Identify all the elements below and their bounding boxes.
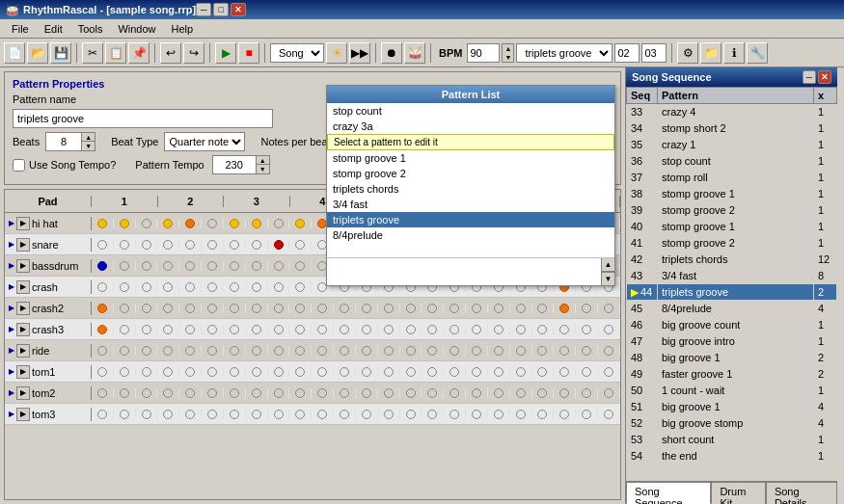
beat-cell[interactable] bbox=[510, 346, 532, 356]
beat-cell[interactable] bbox=[114, 261, 136, 271]
beat-cell[interactable] bbox=[157, 240, 179, 250]
table-row[interactable]: 34stomp short 21 bbox=[627, 120, 837, 137]
pattern-tempo-down[interactable]: ▼ bbox=[256, 165, 269, 173]
pattern-list-scroll-up[interactable]: ▲ bbox=[602, 258, 614, 272]
beat-cell[interactable] bbox=[179, 367, 202, 377]
toolbar-stop-btn[interactable]: ■ bbox=[238, 42, 259, 64]
beat-cell[interactable] bbox=[289, 304, 312, 313]
beat-cell[interactable] bbox=[444, 304, 466, 313]
beat-cell[interactable] bbox=[268, 367, 290, 377]
beat-cell[interactable] bbox=[554, 367, 576, 377]
beat-cell[interactable] bbox=[179, 410, 202, 419]
drum-row-expand-arrow[interactable]: ▶ bbox=[9, 304, 14, 312]
beat-cell[interactable] bbox=[268, 325, 290, 334]
maximize-button[interactable]: □ bbox=[213, 3, 229, 16]
table-row[interactable]: 51big groove 14 bbox=[627, 399, 837, 415]
beat-cell[interactable] bbox=[576, 346, 598, 356]
toolbar-redo-btn[interactable]: ↪ bbox=[183, 42, 204, 64]
beat-cell[interactable] bbox=[422, 325, 444, 334]
beat-cell[interactable] bbox=[157, 388, 179, 398]
pattern-tempo-spinner[interactable]: ▲ ▼ bbox=[212, 155, 270, 174]
table-row[interactable]: 42triplets chords12 bbox=[627, 252, 837, 268]
beat-cell[interactable] bbox=[422, 410, 444, 419]
song-dropdown[interactable]: Song bbox=[270, 43, 324, 63]
beat-cell[interactable] bbox=[488, 388, 510, 398]
beat-cell[interactable] bbox=[179, 346, 202, 356]
table-row[interactable]: 47big groove intro1 bbox=[627, 333, 837, 350]
beat-cell[interactable] bbox=[202, 261, 224, 271]
beat-cell[interactable] bbox=[157, 219, 179, 228]
beat-cell[interactable] bbox=[488, 346, 510, 356]
beat-cell[interactable] bbox=[268, 304, 290, 313]
pattern-item-triplets-chords[interactable]: triplets chords bbox=[327, 181, 614, 197]
drum-row-expand-arrow[interactable]: ▶ bbox=[9, 261, 14, 270]
beat-cell[interactable] bbox=[598, 346, 620, 356]
beat-cell[interactable] bbox=[356, 346, 378, 356]
table-row[interactable]: 54the end1 bbox=[627, 448, 837, 464]
song-sequence-table[interactable]: Seq Pattern x 33crazy 4134stomp short 21… bbox=[626, 87, 837, 481]
use-song-tempo-checkbox[interactable] bbox=[13, 159, 25, 172]
pattern-tempo-up[interactable]: ▲ bbox=[256, 156, 269, 165]
beat-cell[interactable] bbox=[136, 367, 158, 377]
beat-cell[interactable] bbox=[246, 261, 268, 271]
table-row[interactable]: 36stop count1 bbox=[627, 153, 837, 170]
table-row[interactable]: 458/4prelude4 bbox=[627, 301, 837, 317]
beat-cell[interactable] bbox=[179, 240, 202, 250]
drum-row-play-btn[interactable]: ▶ bbox=[16, 217, 30, 230]
beat-cell[interactable] bbox=[114, 240, 136, 250]
toolbar-rec-btn[interactable]: ⏺ bbox=[381, 42, 402, 64]
beat-cell[interactable] bbox=[400, 367, 422, 377]
beat-cell[interactable] bbox=[466, 410, 488, 419]
beat-cell[interactable] bbox=[114, 346, 136, 356]
toolbar-arrow-btn[interactable]: ▶▶ bbox=[349, 42, 370, 64]
menu-file[interactable]: File bbox=[4, 21, 37, 37]
beat-cell[interactable] bbox=[179, 304, 202, 313]
beat-cell[interactable] bbox=[136, 282, 158, 292]
val2-input[interactable] bbox=[641, 43, 667, 63]
beat-cell[interactable] bbox=[510, 325, 532, 334]
beat-cell[interactable] bbox=[312, 304, 334, 313]
beat-cell[interactable] bbox=[598, 367, 620, 377]
beat-cell[interactable] bbox=[202, 282, 224, 292]
beat-cell[interactable] bbox=[157, 346, 179, 356]
beat-cell[interactable] bbox=[532, 325, 555, 334]
beat-cell[interactable] bbox=[114, 219, 136, 228]
beat-cell[interactable] bbox=[202, 410, 224, 419]
beat-cell[interactable] bbox=[157, 304, 179, 313]
beat-cell[interactable] bbox=[157, 367, 179, 377]
val1-input[interactable] bbox=[614, 43, 640, 63]
beat-cell[interactable] bbox=[114, 410, 136, 419]
drum-row-play-btn[interactable]: ▶ bbox=[16, 238, 30, 252]
beat-cell[interactable] bbox=[289, 261, 312, 271]
toolbar-save-btn[interactable]: 💾 bbox=[50, 42, 71, 64]
beat-cell[interactable] bbox=[532, 410, 555, 419]
table-row[interactable]: 52big groove stomp4 bbox=[627, 415, 837, 432]
drum-row-play-btn[interactable]: ▶ bbox=[16, 408, 30, 421]
beat-cell[interactable] bbox=[136, 219, 158, 228]
beat-cell[interactable] bbox=[422, 367, 444, 377]
beat-cell[interactable] bbox=[289, 282, 312, 292]
pattern-item-stomp-groove-2[interactable]: stomp groove 2 bbox=[327, 166, 614, 181]
beat-cell[interactable] bbox=[246, 325, 268, 334]
beat-cell[interactable] bbox=[356, 325, 378, 334]
toolbar-extra-btn[interactable]: 🔧 bbox=[747, 42, 768, 64]
beat-cell[interactable] bbox=[576, 367, 598, 377]
beat-cell[interactable] bbox=[312, 388, 334, 398]
beat-cell[interactable] bbox=[268, 346, 290, 356]
beat-cell[interactable] bbox=[268, 240, 290, 250]
table-row[interactable]: 49faster groove 12 bbox=[627, 366, 837, 383]
beat-cell[interactable] bbox=[378, 325, 400, 334]
drum-row-expand-arrow[interactable]: ▶ bbox=[9, 240, 14, 249]
beat-cell[interactable] bbox=[554, 388, 576, 398]
groove-dropdown[interactable]: triplets groove bbox=[516, 43, 613, 63]
toolbar-sun-btn[interactable]: ☀ bbox=[326, 42, 347, 64]
beat-cell[interactable] bbox=[576, 410, 598, 419]
menu-help[interactable]: Help bbox=[164, 21, 202, 37]
beat-cell[interactable] bbox=[422, 346, 444, 356]
table-row[interactable]: ▶44triplets groove2 bbox=[627, 284, 837, 301]
beat-cell[interactable] bbox=[114, 325, 136, 334]
menu-tools[interactable]: Tools bbox=[70, 21, 111, 37]
table-row[interactable]: 40stomp groove 11 bbox=[627, 219, 837, 235]
toolbar-settings-btn[interactable]: ⚙ bbox=[677, 42, 698, 64]
toolbar-drum-btn[interactable]: 🥁 bbox=[404, 42, 425, 64]
